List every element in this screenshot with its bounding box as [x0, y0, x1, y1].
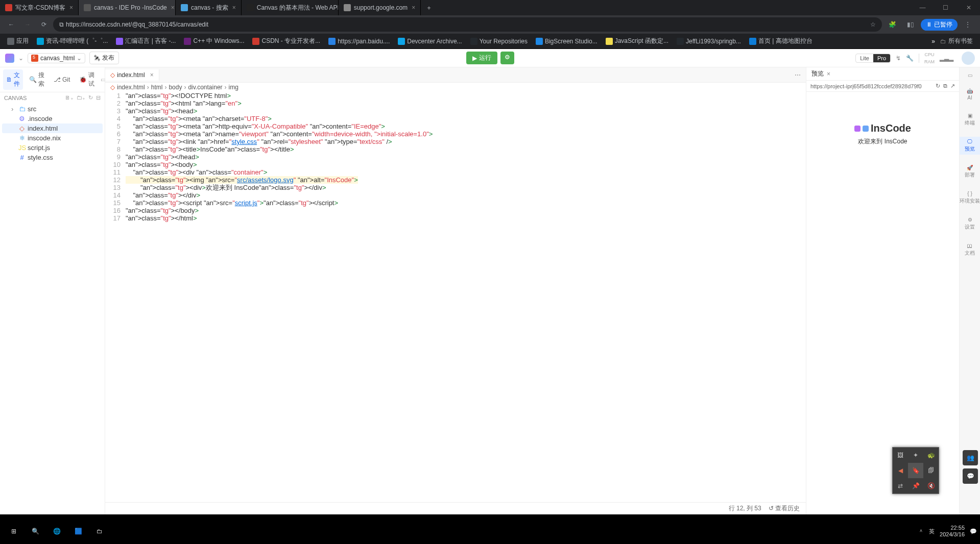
external-icon[interactable]: ↗	[950, 83, 955, 89]
bm-amap[interactable]: 首页 | 高德地图控台	[746, 36, 816, 46]
reload-button[interactable]: ⟳	[37, 17, 51, 32]
bm-apps[interactable]: 应用	[4, 36, 32, 46]
float-chat-icon[interactable]: 💬	[963, 468, 978, 484]
sidebar-tab-search[interactable]: 🔍搜索	[26, 69, 47, 90]
refresh-icon[interactable]: ↻	[88, 94, 93, 101]
bm-asm[interactable]: 汇编语言 | 吝客 -...	[113, 36, 179, 46]
new-tab-button[interactable]: ＋	[421, 0, 437, 15]
tray-icon-1[interactable]: 🖼	[893, 448, 908, 463]
profile-paused-badge[interactable]: ⏸已暂停	[921, 19, 958, 31]
float-group-icon[interactable]: 👥	[963, 450, 978, 465]
preview-url[interactable]: https://project-iprj65f5d812fccdef28928d…	[810, 83, 933, 89]
editor-more-icon[interactable]: ⋯	[790, 71, 806, 79]
tray-bookmark-icon[interactable]: 🔖	[908, 463, 923, 478]
run-settings-button[interactable]: ⚙	[500, 52, 514, 64]
tray-expand-icon[interactable]: ＾	[918, 528, 924, 535]
close-icon[interactable]: ×	[827, 70, 830, 78]
code-area[interactable]: 1"an">class="tg"><!DOCTYPE html>2"an">cl…	[105, 92, 806, 502]
chrome-icon[interactable]: 🌐	[46, 521, 67, 541]
editor-tab-index[interactable]: ◇index.html×	[105, 69, 159, 81]
close-icon[interactable]: ×	[65, 4, 73, 11]
new-folder-icon[interactable]: 🗀₊	[77, 94, 85, 101]
sidebar-tab-files[interactable]: 🗎 文件	[3, 69, 23, 90]
chevron-down-icon[interactable]: ⌄	[18, 55, 23, 62]
bookmark-star-icon[interactable]: ☆	[870, 21, 876, 28]
run-button[interactable]: ▶ 运行	[466, 52, 497, 64]
tools-icon[interactable]: 🔧	[906, 55, 914, 62]
sidebar-tab-debug[interactable]: 🐞调试	[76, 69, 98, 90]
file-nix[interactable]: ❄inscode.nix	[2, 133, 103, 143]
folder-src[interactable]: ›🗀src	[2, 104, 103, 114]
cursor-position[interactable]: 行 12, 列 53	[729, 504, 761, 513]
bm-devcenter[interactable]: Devcenter Archive...	[395, 37, 465, 46]
breadcrumb[interactable]: ◇index.html › html › body › div.containe…	[105, 83, 806, 92]
tab-google[interactable]: support.google.com×	[339, 0, 421, 15]
rail-deploy[interactable]: 🚀部署	[960, 163, 980, 181]
tray-pin-icon[interactable]: 📌	[908, 478, 923, 493]
ime-indicator[interactable]: 英	[929, 528, 935, 535]
webstorm-icon[interactable]: 🟦	[67, 521, 89, 541]
bm-bilibili[interactable]: 资讯-哔哩哔哩 (゜-゜...	[34, 36, 111, 46]
close-icon[interactable]: ×	[228, 4, 236, 11]
plan-toggle[interactable]: LitePro	[855, 54, 891, 63]
floating-tray[interactable]: 🖼✦🐢 ◀🔖🗐 ⇄📌🔇	[892, 447, 939, 494]
tray-icon-2[interactable]: ✦	[908, 448, 923, 463]
rail-env[interactable]: { }环境安装	[960, 189, 980, 207]
inscode-logo-icon[interactable]	[5, 54, 14, 63]
bm-github[interactable]: Your Repositories	[467, 37, 531, 46]
explorer-icon[interactable]: 🗀	[89, 521, 110, 541]
forward-button[interactable]: →	[20, 17, 35, 32]
bm-js[interactable]: JavaScript 函数定...	[603, 36, 672, 46]
close-window-icon[interactable]: ✕	[957, 0, 980, 15]
tab-inscode[interactable]: canvas - IDE Pro -InsCode×	[79, 0, 176, 15]
tab-canvas-search[interactable]: canvas - 搜索×	[176, 0, 242, 15]
tray-mute-icon[interactable]: 🔇	[923, 478, 939, 493]
start-button[interactable]: ⊞	[3, 521, 25, 541]
tab-mdn[interactable]: Canvas 的基本用法 - Web API×	[242, 0, 339, 15]
maximize-icon[interactable]: ☐	[934, 0, 957, 15]
close-icon[interactable]: ×	[150, 71, 154, 79]
url-input[interactable]: ⧉ https://inscode.csdn.net/@qq_38870145/…	[53, 17, 882, 32]
rail-ai[interactable]: 🤖AI	[960, 86, 980, 103]
publish-button[interactable]: 🛰发布	[89, 52, 119, 64]
bm-overflow-icon[interactable]: »	[931, 38, 935, 45]
tray-back-icon[interactable]: ◀	[893, 463, 908, 478]
tray-copy-icon[interactable]: 🗐	[923, 463, 939, 478]
file-inscode[interactable]: ⚙.inscode	[2, 114, 103, 123]
sidepanel-icon[interactable]: ▮▯	[902, 17, 919, 32]
bm-csdn[interactable]: CSDN - 专业开发者...	[249, 36, 323, 46]
menu-icon[interactable]: ⋮	[960, 17, 976, 32]
back-button[interactable]: ←	[4, 17, 18, 32]
sidebar-tab-git[interactable]: ⎇ Git	[51, 75, 73, 85]
tray-swap-icon[interactable]: ⇄	[893, 478, 908, 493]
tab-csdn[interactable]: 写文章-CSDN博客×	[0, 0, 79, 15]
tray-icon-3[interactable]: 🐢	[923, 448, 939, 463]
bm-cpp[interactable]: C++ 中 Windows...	[181, 36, 247, 46]
rail-settings[interactable]: ⚙设置	[960, 215, 980, 233]
rail-terminal[interactable]: ▣终端	[960, 111, 980, 129]
rail-layout-icon[interactable]: ▭	[968, 72, 972, 78]
notification-icon[interactable]: 💬	[970, 528, 977, 535]
close-icon[interactable]: ×	[408, 4, 415, 11]
rail-preview[interactable]: 🖵预览	[960, 137, 980, 155]
network-icon[interactable]: ↯	[896, 55, 901, 62]
new-file-icon[interactable]: 🗎₊	[65, 94, 74, 101]
file-style-css[interactable]: #style.css	[2, 153, 103, 162]
close-icon[interactable]: ×	[167, 4, 175, 11]
minimize-icon[interactable]: —	[911, 0, 934, 15]
clock[interactable]: 22:552024/3/16	[940, 525, 965, 538]
extensions-icon[interactable]: 🧩	[884, 17, 900, 32]
file-script-js[interactable]: JSscript.js	[2, 143, 103, 153]
site-info-icon[interactable]: ⧉	[59, 21, 64, 28]
collapse-icon[interactable]: ⊟	[96, 94, 101, 101]
search-button[interactable]: 🔍	[25, 521, 46, 541]
rail-docs[interactable]: 🕮文档	[960, 241, 980, 259]
reload-icon[interactable]: ↻	[936, 83, 940, 89]
file-picker[interactable]: canvas_html⌄	[28, 53, 85, 63]
bm-baidu[interactable]: https://pan.baidu....	[325, 37, 393, 46]
file-index-html[interactable]: ◇index.html	[2, 123, 103, 133]
popout-icon[interactable]: ⧉	[943, 83, 947, 89]
bm-springboot[interactable]: JeffLi1993/springb...	[674, 37, 744, 46]
bm-all[interactable]: 🗀所有书签	[937, 36, 976, 46]
bm-bigscreen[interactable]: BigScreen Studio...	[533, 37, 601, 46]
